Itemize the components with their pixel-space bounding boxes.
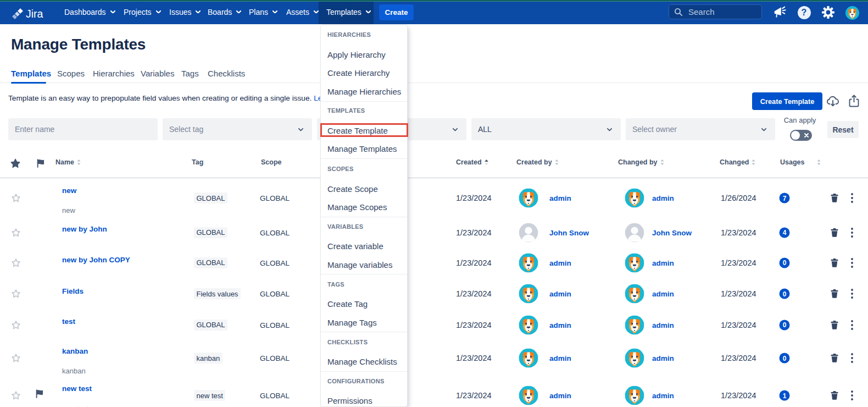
svg-text:Jira: Jira xyxy=(26,8,43,20)
